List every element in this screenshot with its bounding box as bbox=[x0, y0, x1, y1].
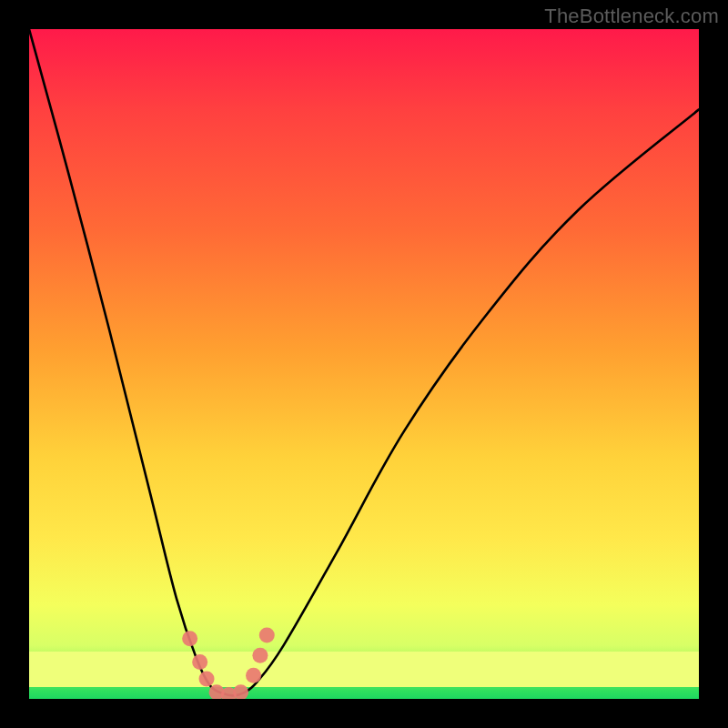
curve-marker bbox=[182, 631, 197, 646]
curve-marker bbox=[233, 684, 248, 699]
curve-marker bbox=[252, 648, 268, 663]
curve-layer bbox=[29, 29, 699, 695]
curve-marker bbox=[246, 668, 261, 683]
watermark-text: TheBottleneck.com bbox=[544, 5, 719, 28]
chart-frame: TheBottleneck.com bbox=[0, 0, 728, 728]
curve-svg bbox=[29, 29, 699, 699]
plot-area bbox=[29, 29, 699, 699]
marker-layer bbox=[182, 628, 275, 699]
curve-marker bbox=[259, 628, 275, 643]
curve-marker bbox=[192, 654, 207, 670]
curve-marker bbox=[199, 671, 215, 686]
bottleneck-curve bbox=[29, 29, 699, 695]
